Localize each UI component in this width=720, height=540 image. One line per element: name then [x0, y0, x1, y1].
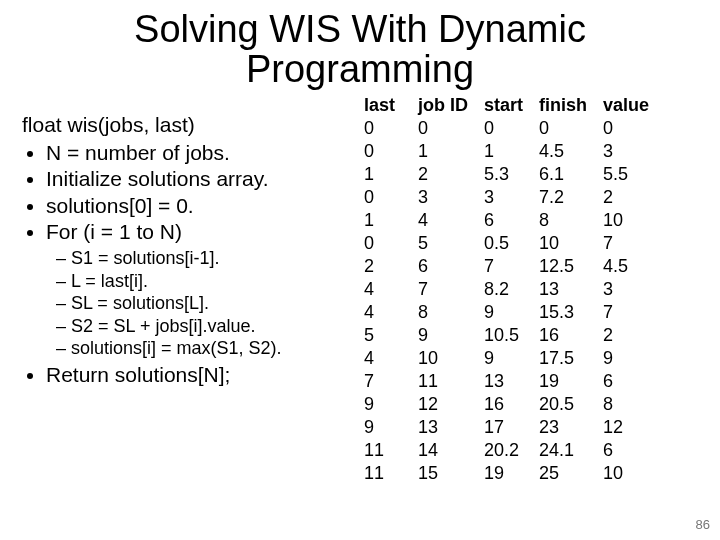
- table-cell: 7: [412, 278, 478, 301]
- table-cell: 6: [478, 209, 533, 232]
- table-cell: 6.1: [533, 163, 597, 186]
- pseudocode-column: float wis(jobs, last) N = number of jobs…: [22, 94, 352, 486]
- table-cell: 2: [597, 186, 659, 209]
- inner-step: S1 = solutions[i-1].: [56, 247, 352, 270]
- table-header-row: last job ID start finish value: [358, 94, 659, 117]
- table-cell: 17.5: [533, 347, 597, 370]
- col-last: last: [358, 94, 412, 117]
- table-cell: 10.5: [478, 324, 533, 347]
- table-cell: 5: [358, 324, 412, 347]
- table-cell: 19: [533, 370, 597, 393]
- table-row: 5910.5162: [358, 324, 659, 347]
- table-cell: 1: [358, 209, 412, 232]
- table-cell: 13: [478, 370, 533, 393]
- col-finish: finish: [533, 94, 597, 117]
- step: N = number of jobs.: [46, 140, 352, 166]
- table-cell: 0: [412, 117, 478, 140]
- table-cell: 1: [478, 140, 533, 163]
- table-row: 0337.22: [358, 186, 659, 209]
- table-cell: 5.5: [597, 163, 659, 186]
- table-cell: 7: [358, 370, 412, 393]
- step: For (i = 1 to N): [46, 219, 352, 245]
- table-cell: 14: [412, 439, 478, 462]
- table-cell: 2: [358, 255, 412, 278]
- table-cell: 9: [597, 347, 659, 370]
- table-cell: 24.1: [533, 439, 597, 462]
- return-list: Return solutions[N];: [22, 362, 352, 388]
- table-cell: 10: [533, 232, 597, 255]
- function-signature: float wis(jobs, last): [22, 112, 352, 138]
- table-cell: 0: [358, 140, 412, 163]
- table-cell: 3: [412, 186, 478, 209]
- table-cell: 20.5: [533, 393, 597, 416]
- table-row: 913172312: [358, 416, 659, 439]
- table-cell: 4: [358, 278, 412, 301]
- table-cell: 19: [478, 462, 533, 485]
- table-row: 9121620.58: [358, 393, 659, 416]
- col-start: start: [478, 94, 533, 117]
- table-row: 26712.54.5: [358, 255, 659, 278]
- table-cell: 6: [597, 439, 659, 462]
- table-cell: 0: [358, 232, 412, 255]
- table-cell: 10: [597, 462, 659, 485]
- jobs-table: last job ID start finish value 000000114…: [358, 94, 659, 486]
- table-cell: 9: [358, 416, 412, 439]
- table-cell: 3: [478, 186, 533, 209]
- table-cell: 9: [412, 324, 478, 347]
- table-row: 478.2133: [358, 278, 659, 301]
- table-cell: 25: [533, 462, 597, 485]
- table-cell: 15: [412, 462, 478, 485]
- table-cell: 9: [358, 393, 412, 416]
- table-cell: 1: [412, 140, 478, 163]
- table-row: 71113196: [358, 370, 659, 393]
- table-cell: 11: [358, 439, 412, 462]
- table-row: 111420.224.16: [358, 439, 659, 462]
- table-cell: 0: [358, 117, 412, 140]
- inner-step: solutions[i] = max(S1, S2).: [56, 337, 352, 360]
- table-cell: 6: [597, 370, 659, 393]
- table-cell: 7: [478, 255, 533, 278]
- table-cell: 9: [478, 301, 533, 324]
- slide-title: Solving WIS With Dynamic Programming: [0, 0, 720, 94]
- table-cell: 7: [597, 232, 659, 255]
- table-cell: 0: [597, 117, 659, 140]
- step: Initialize solutions array.: [46, 166, 352, 192]
- table-cell: 4: [412, 209, 478, 232]
- table-cell: 5: [412, 232, 478, 255]
- table-cell: 0: [533, 117, 597, 140]
- page-number: 86: [696, 517, 710, 532]
- table-cell: 9: [478, 347, 533, 370]
- inner-steps-list: S1 = solutions[i-1]. L = last[i]. SL = s…: [22, 247, 352, 360]
- table-cell: 23: [533, 416, 597, 439]
- inner-step: S2 = SL + jobs[i].value.: [56, 315, 352, 338]
- title-line-1: Solving WIS With Dynamic: [134, 8, 586, 50]
- slide-body: float wis(jobs, last) N = number of jobs…: [0, 94, 720, 486]
- table-cell: 11: [412, 370, 478, 393]
- table-cell: 4.5: [597, 255, 659, 278]
- table-cell: 13: [412, 416, 478, 439]
- table-row: 410917.59: [358, 347, 659, 370]
- title-line-2: Programming: [246, 48, 474, 90]
- table-cell: 12: [597, 416, 659, 439]
- table-row: 1115192510: [358, 462, 659, 485]
- table-cell: 20.2: [478, 439, 533, 462]
- table-cell: 1: [358, 163, 412, 186]
- table-cell: 11: [358, 462, 412, 485]
- inner-step: SL = solutions[L].: [56, 292, 352, 315]
- table-cell: 7: [597, 301, 659, 324]
- col-value: value: [597, 94, 659, 117]
- return-step: Return solutions[N];: [46, 362, 352, 388]
- col-jobid: job ID: [412, 94, 478, 117]
- table-row: 146810: [358, 209, 659, 232]
- table-cell: 10: [412, 347, 478, 370]
- table-cell: 10: [597, 209, 659, 232]
- table-body: 000000114.53125.36.15.50337.22146810050.…: [358, 117, 659, 486]
- table-cell: 0: [478, 117, 533, 140]
- table-cell: 2: [412, 163, 478, 186]
- table-cell: 12.5: [533, 255, 597, 278]
- table-cell: 4: [358, 301, 412, 324]
- table-row: 050.5107: [358, 232, 659, 255]
- table-cell: 13: [533, 278, 597, 301]
- table-cell: 17: [478, 416, 533, 439]
- table-cell: 4: [358, 347, 412, 370]
